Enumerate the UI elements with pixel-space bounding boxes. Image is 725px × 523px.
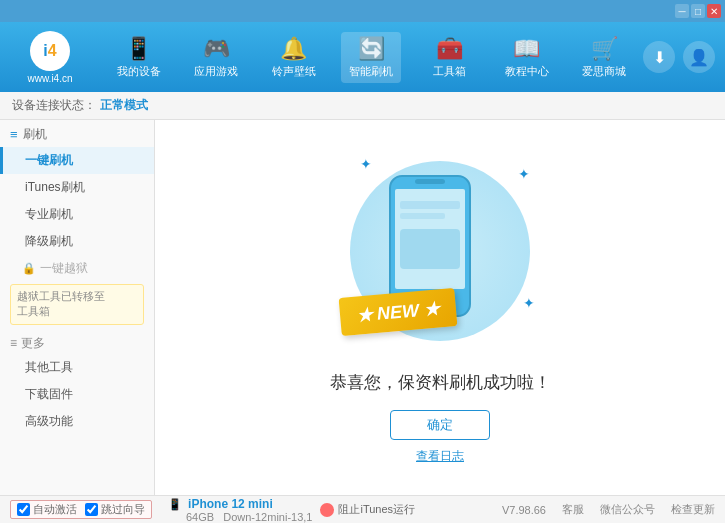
- confirm-button[interactable]: 确定: [390, 410, 490, 440]
- close-button[interactable]: ✕: [707, 4, 721, 18]
- sparkle-3: ✦: [523, 295, 535, 311]
- one-click-flash-label: 一键刷机: [25, 153, 73, 167]
- main-layout: ≡ 刷机 一键刷机 iTunes刷机 专业刷机 降级刷机 🔒 一键越狱 越狱工具…: [0, 120, 725, 495]
- service-link[interactable]: 客服: [562, 502, 584, 517]
- toolbox-label: 工具箱: [433, 64, 466, 79]
- my-device-label: 我的设备: [117, 64, 161, 79]
- status-value: 正常模式: [100, 97, 148, 114]
- device-name: iPhone 12 mini: [188, 497, 273, 511]
- phone-illustration: ✦ ✦ ✦ ★ NEW ★: [330, 151, 550, 351]
- wechat-link[interactable]: 微信公众号: [600, 502, 655, 517]
- onekey-jailbreak-label: 一键越狱: [40, 260, 88, 277]
- sidebar-item-other-tools[interactable]: 其他工具: [0, 354, 154, 381]
- my-device-icon: 📱: [125, 36, 152, 62]
- flash-section-icon: ≡: [10, 127, 18, 142]
- sidebar-item-pro-flash[interactable]: 专业刷机: [0, 201, 154, 228]
- auto-activate-label[interactable]: 自动激活: [17, 502, 77, 517]
- header: i4 www.i4.cn 📱 我的设备 🎮 应用游戏 🔔 铃声壁纸 🔄 智能刷机…: [0, 22, 725, 92]
- sidebar-item-one-click-flash[interactable]: 一键刷机: [0, 147, 154, 174]
- tutorial-label: 教程中心: [505, 64, 549, 79]
- sidebar-item-downgrade-flash[interactable]: 降级刷机: [0, 228, 154, 255]
- itunes-icon: [320, 503, 334, 517]
- nav-bar: 📱 我的设备 🎮 应用游戏 🔔 铃声壁纸 🔄 智能刷机 🧰 工具箱 📖 教程中心…: [100, 32, 643, 83]
- status-bar: 设备连接状态： 正常模式: [0, 92, 725, 120]
- apps-icon: 🎮: [203, 36, 230, 62]
- nav-apps[interactable]: 🎮 应用游戏: [186, 32, 246, 83]
- lock-icon: 🔒: [22, 262, 36, 275]
- itunes-status: 阻止iTunes运行: [320, 502, 415, 517]
- smart-flash-icon: 🔄: [358, 36, 385, 62]
- sparkle-2: ✦: [518, 166, 530, 182]
- nav-store[interactable]: 🛒 爱思商城: [574, 32, 634, 83]
- skip-wizard-checkbox[interactable]: [85, 503, 98, 516]
- bottom-left: 自动激活 跳过向导 📱 iPhone 12 mini 64GB Down-12m…: [10, 497, 502, 523]
- other-tools-label: 其他工具: [25, 360, 73, 374]
- store-icon: 🛒: [591, 36, 618, 62]
- sidebar-onekey-jailbreak-disabled: 🔒 一键越狱: [0, 255, 154, 282]
- auto-activate-text: 自动激活: [33, 502, 77, 517]
- sidebar-note: 越狱工具已转移至 工具箱: [10, 284, 144, 325]
- skip-wizard-label[interactable]: 跳过向导: [85, 502, 145, 517]
- ringtones-label: 铃声壁纸: [272, 64, 316, 79]
- svg-rect-4: [400, 201, 460, 209]
- sparkle-1: ✦: [360, 156, 372, 172]
- smart-flash-label: 智能刷机: [349, 64, 393, 79]
- device-phone-icon: 📱: [168, 498, 182, 510]
- download-button[interactable]: ⬇: [643, 41, 675, 73]
- pro-flash-label: 专业刷机: [25, 207, 73, 221]
- account-button[interactable]: 👤: [683, 41, 715, 73]
- skip-wizard-text: 跳过向导: [101, 502, 145, 517]
- flash-section-label: 刷机: [23, 126, 47, 143]
- nav-smart-flash[interactable]: 🔄 智能刷机: [341, 32, 401, 83]
- note-text: 越狱工具已转移至 工具箱: [17, 290, 105, 317]
- itunes-flash-label: iTunes刷机: [25, 180, 85, 194]
- title-bar: ─ □ ✕: [0, 0, 725, 22]
- nav-toolbox[interactable]: 🧰 工具箱: [419, 32, 479, 83]
- device-model: Down-12mini-13,1: [223, 511, 312, 523]
- header-right: ⬇ 👤: [643, 41, 715, 73]
- logo-icon: i4: [30, 31, 70, 71]
- nav-my-device[interactable]: 📱 我的设备: [109, 32, 169, 83]
- more-section-label: 更多: [21, 335, 45, 352]
- device-storage: 64GB: [186, 511, 214, 523]
- bottom-bar: 自动激活 跳过向导 📱 iPhone 12 mini 64GB Down-12m…: [0, 495, 725, 523]
- svg-rect-6: [400, 229, 460, 269]
- sidebar: ≡ 刷机 一键刷机 iTunes刷机 专业刷机 降级刷机 🔒 一键越狱 越狱工具…: [0, 120, 155, 495]
- checkboxes-container: 自动激活 跳过向导: [10, 500, 152, 519]
- more-section-icon: ≡: [10, 336, 17, 350]
- status-label: 设备连接状态：: [12, 97, 96, 114]
- logo[interactable]: i4 www.i4.cn: [10, 31, 90, 84]
- sidebar-flash-section: ≡ 刷机: [0, 120, 154, 147]
- downgrade-flash-label: 降级刷机: [25, 234, 73, 248]
- tutorial-icon: 📖: [513, 36, 540, 62]
- check-update-link[interactable]: 检查更新: [671, 502, 715, 517]
- download-firmware-label: 下载固件: [25, 387, 73, 401]
- sidebar-item-download-firmware[interactable]: 下载固件: [0, 381, 154, 408]
- sidebar-more-section: ≡ 更多: [0, 329, 154, 354]
- auto-activate-checkbox[interactable]: [17, 503, 30, 516]
- success-text: 恭喜您，保资料刷机成功啦！: [330, 371, 551, 394]
- store-label: 爱思商城: [582, 64, 626, 79]
- sidebar-item-advanced[interactable]: 高级功能: [0, 408, 154, 435]
- sidebar-item-itunes-flash[interactable]: iTunes刷机: [0, 174, 154, 201]
- content-area: ✦ ✦ ✦ ★ NEW ★ 恭喜您，保资料刷机成功啦！ 确定 查看日志: [155, 120, 725, 495]
- svg-rect-5: [400, 213, 445, 219]
- nav-ringtones[interactable]: 🔔 铃声壁纸: [264, 32, 324, 83]
- itunes-label[interactable]: 阻止iTunes运行: [338, 502, 415, 517]
- nav-tutorial[interactable]: 📖 教程中心: [497, 32, 557, 83]
- restore-button[interactable]: □: [691, 4, 705, 18]
- ringtones-icon: 🔔: [280, 36, 307, 62]
- logo-url: www.i4.cn: [27, 73, 72, 84]
- bottom-right: V7.98.66 客服 微信公众号 检查更新: [502, 502, 715, 517]
- advanced-label: 高级功能: [25, 414, 73, 428]
- toolbox-icon: 🧰: [436, 36, 463, 62]
- apps-label: 应用游戏: [194, 64, 238, 79]
- version-text: V7.98.66: [502, 504, 546, 516]
- svg-rect-2: [415, 179, 445, 184]
- device-info: 📱 iPhone 12 mini 64GB Down-12mini-13,1: [168, 497, 312, 523]
- minimize-button[interactable]: ─: [675, 4, 689, 18]
- log-link[interactable]: 查看日志: [416, 448, 464, 465]
